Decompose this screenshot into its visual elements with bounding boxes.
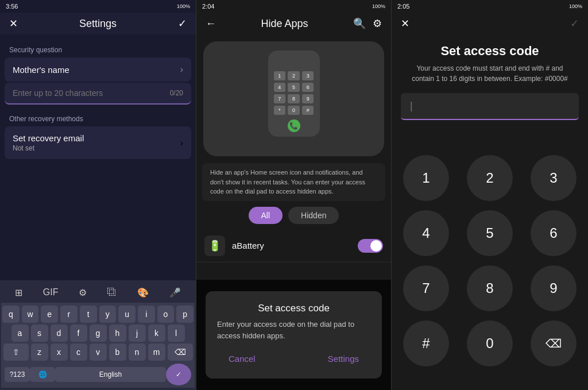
numpad-row-2: 4 5 6 xyxy=(403,210,577,256)
modal-settings-button[interactable]: Settings xyxy=(316,350,370,367)
key-p[interactable]: p xyxy=(176,306,194,323)
key-x[interactable]: x xyxy=(51,343,68,361)
dial-key-9: 9 xyxy=(302,94,314,103)
security-section-label: Security question xyxy=(0,41,196,56)
key-h[interactable]: h xyxy=(109,325,126,342)
key-k[interactable]: k xyxy=(148,325,165,342)
key-i[interactable]: i xyxy=(138,306,155,323)
key-g[interactable]: g xyxy=(90,325,107,342)
numpad-key-5[interactable]: 5 xyxy=(467,210,513,256)
hide-apps-description: Hide an app's Home screen icon and notif… xyxy=(202,163,385,201)
key-o[interactable]: o xyxy=(157,306,175,323)
keyboard-apps-icon[interactable]: ⊞ xyxy=(11,285,26,300)
access-code-panel: 2:05 100% ✕ ✓ Set access code Your acces… xyxy=(392,0,588,390)
key-n[interactable]: n xyxy=(129,343,146,361)
numpad-key-2[interactable]: 2 xyxy=(467,155,513,201)
close-icon-3[interactable]: ✕ xyxy=(401,17,409,30)
dial-key-2: 2 xyxy=(288,71,300,80)
key-m[interactable]: m xyxy=(148,343,165,361)
security-answer-input[interactable] xyxy=(13,88,170,98)
access-code-description: Your access code must start and end with… xyxy=(392,63,588,84)
dial-key-1: 1 xyxy=(274,71,286,80)
dial-key-8: 8 xyxy=(288,94,300,103)
key-a[interactable]: a xyxy=(11,325,29,342)
dial-key-7: 7 xyxy=(274,94,286,103)
tab-hidden[interactable]: Hidden xyxy=(288,207,339,224)
top-bar-actions: 🔍 ⚙ xyxy=(353,17,382,30)
key-b[interactable]: b xyxy=(109,343,126,361)
app-list-item-abattery: 🔋 aBattery xyxy=(196,230,391,262)
key-globe[interactable]: 🌐 xyxy=(30,367,55,382)
numpad-backspace-key[interactable]: ⌫ xyxy=(531,321,577,366)
recovery-email-info: Set recovery email Not set xyxy=(13,133,84,152)
access-code-top-bar: ✕ ✓ xyxy=(392,13,588,34)
key-l[interactable]: l xyxy=(168,325,185,342)
key-u[interactable]: u xyxy=(118,306,136,323)
recovery-email-status: Not set xyxy=(13,144,84,152)
numpad-key-3[interactable]: 3 xyxy=(531,155,577,201)
key-f[interactable]: f xyxy=(70,325,87,342)
key-s[interactable]: s xyxy=(31,325,48,342)
modal-buttons: Cancel Settings xyxy=(217,350,370,367)
key-d[interactable]: d xyxy=(51,325,68,342)
close-icon[interactable]: ✕ xyxy=(9,17,18,30)
numpad-key-hash[interactable]: # xyxy=(403,321,449,366)
key-w[interactable]: w xyxy=(22,306,39,323)
numpad-key-1[interactable]: 1 xyxy=(403,155,449,201)
settings-icon[interactable]: ⚙ xyxy=(373,17,382,30)
key-j[interactable]: j xyxy=(129,325,146,342)
search-icon[interactable]: 🔍 xyxy=(353,17,366,30)
keyboard-voice-icon[interactable]: 🎤 xyxy=(166,285,184,300)
battery-2: 100% xyxy=(372,3,385,9)
key-e[interactable]: e xyxy=(41,306,58,323)
security-answer-input-wrap[interactable]: 0/20 xyxy=(5,83,191,105)
key-r[interactable]: r xyxy=(60,306,78,323)
key-q[interactable]: q xyxy=(2,306,20,323)
security-question-item[interactable]: Mother's name › xyxy=(5,57,191,82)
numpad-key-0[interactable]: 0 xyxy=(467,321,513,366)
access-code-input[interactable] xyxy=(410,100,570,112)
key-row-3: ⇧ z x c v b n m ⌫ xyxy=(2,343,194,361)
dial-key-4: 4 xyxy=(274,83,286,92)
keyboard-settings-icon[interactable]: ⚙ xyxy=(75,285,90,300)
battery-3: 100% xyxy=(569,3,582,9)
settings-panel: 3:56 100% ✕ Settings ✓ Security question… xyxy=(0,0,196,390)
modal-cancel-button[interactable]: Cancel xyxy=(217,350,267,367)
keyboard-theme-icon[interactable]: 🎨 xyxy=(134,285,152,300)
recovery-chevron-icon: › xyxy=(180,138,183,148)
tab-all[interactable]: All xyxy=(249,207,283,224)
key-t[interactable]: t xyxy=(80,306,97,323)
access-code-input-wrap[interactable] xyxy=(401,93,579,120)
numpad-row-4: # 0 ⌫ xyxy=(403,321,577,366)
numpad-row-1: 1 2 3 xyxy=(403,155,577,201)
key-enter[interactable]: ✓ xyxy=(166,364,191,385)
keyboard-gif-icon[interactable]: GIF xyxy=(40,285,62,300)
key-numbers[interactable]: ?123 xyxy=(5,367,30,382)
status-icons-3: 100% xyxy=(569,3,582,9)
key-z[interactable]: z xyxy=(31,343,48,361)
time-3: 2:05 xyxy=(397,3,409,10)
key-space[interactable]: English xyxy=(55,367,166,382)
key-y[interactable]: y xyxy=(99,306,117,323)
confirm-icon[interactable]: ✓ xyxy=(178,17,187,30)
numpad-key-4[interactable]: 4 xyxy=(403,210,449,256)
status-bar-3: 2:05 100% xyxy=(392,0,588,13)
key-v[interactable]: v xyxy=(90,343,107,361)
numpad-key-6[interactable]: 6 xyxy=(531,210,577,256)
abattery-toggle[interactable] xyxy=(358,239,383,253)
recovery-email-item[interactable]: Set recovery email Not set › xyxy=(5,126,191,159)
recovery-section-label: Other recovery methods xyxy=(0,110,196,125)
numpad-key-8[interactable]: 8 xyxy=(467,265,513,311)
keyboard-sticker-icon[interactable]: ⿻ xyxy=(104,285,120,300)
dial-call-button[interactable]: 📞 xyxy=(288,119,300,132)
back-icon[interactable]: ← xyxy=(206,18,216,30)
confirm-icon-3[interactable]: ✓ xyxy=(570,17,579,30)
key-c[interactable]: c xyxy=(70,343,87,361)
key-backspace[interactable]: ⌫ xyxy=(168,343,193,361)
settings-title: Settings xyxy=(79,18,117,30)
numpad-key-7[interactable]: 7 xyxy=(403,265,449,311)
phone-screen: 1 2 3 4 5 6 7 8 9 * 0 # 📞 xyxy=(268,51,320,137)
key-shift[interactable]: ⇧ xyxy=(3,343,29,361)
numpad-key-9[interactable]: 9 xyxy=(531,265,577,311)
dial-key-hash: # xyxy=(302,106,314,115)
